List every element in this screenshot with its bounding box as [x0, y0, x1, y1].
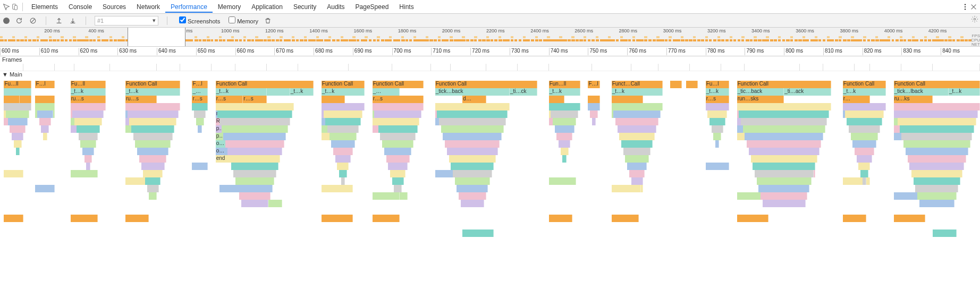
flame-block[interactable]: [706, 103, 729, 110]
flame-block[interactable]: [139, 155, 167, 163]
flame-block[interactable]: [551, 110, 578, 118]
flame-block[interactable]: [149, 192, 157, 200]
flame-block[interactable]: [376, 118, 419, 125]
flame-block[interactable]: _t…k: [949, 88, 980, 96]
flame-block[interactable]: [588, 96, 599, 103]
flame-block[interactable]: [903, 140, 970, 148]
flame-block[interactable]: [43, 133, 47, 140]
flame-block[interactable]: [739, 110, 829, 118]
flame-block[interactable]: [35, 96, 55, 103]
flame-block[interactable]: [917, 192, 957, 200]
flame-block[interactable]: [761, 192, 808, 200]
flame-block[interactable]: Funct…Call: [612, 81, 663, 88]
flame-block[interactable]: [559, 140, 570, 148]
flame-block[interactable]: [4, 88, 31, 96]
flame-block[interactable]: [462, 230, 494, 237]
flame-block[interactable]: [241, 200, 269, 207]
flame-block[interactable]: [219, 118, 290, 125]
flame-block[interactable]: [612, 215, 639, 222]
flame-block[interactable]: [231, 163, 278, 170]
flame-block[interactable]: [457, 185, 488, 192]
flame-block[interactable]: [745, 133, 823, 140]
flame-block[interactable]: [131, 125, 174, 133]
flame-block[interactable]: [222, 125, 288, 133]
flame-block[interactable]: [128, 110, 179, 118]
flame-block[interactable]: [37, 110, 53, 118]
flame-block[interactable]: _t…k: [612, 88, 663, 96]
tracks-area[interactable]: Frames ▼ Main Fu…llF…lFu…llFunction Call…: [0, 56, 980, 305]
frame-slice[interactable]: [349, 64, 392, 71]
flame-block[interactable]: [196, 118, 204, 125]
flame-block[interactable]: _t…k: [706, 88, 729, 96]
flame-block[interactable]: Fun…ll: [549, 81, 580, 88]
flame-block[interactable]: [4, 215, 23, 222]
flame-block[interactable]: [860, 170, 868, 177]
flame-block[interactable]: _tic…back: [737, 88, 784, 96]
frame-slice[interactable]: [745, 64, 799, 71]
flame-block[interactable]: [712, 125, 723, 133]
flame-block[interactable]: [631, 177, 643, 185]
flame-block[interactable]: Function Call: [843, 81, 886, 88]
flame-block[interactable]: [394, 185, 402, 192]
overview-selection[interactable]: [128, 28, 185, 46]
flame-block[interactable]: [753, 163, 815, 170]
frame-slice[interactable]: [212, 64, 235, 71]
flame-block[interactable]: [858, 163, 870, 170]
flame-block[interactable]: [556, 133, 572, 140]
flame-block[interactable]: [71, 103, 106, 110]
flame-block[interactable]: [895, 110, 978, 118]
flame-block[interactable]: [439, 118, 505, 125]
flame-block[interactable]: [843, 103, 886, 110]
tab-pagespeed[interactable]: PageSpeed: [350, 1, 394, 13]
screenshots-toggle[interactable]: Screenshots: [176, 16, 220, 24]
flame-block[interactable]: [855, 148, 874, 155]
flame-block[interactable]: [12, 133, 23, 140]
flame-block[interactable]: [396, 192, 400, 200]
flame-block[interactable]: [322, 96, 345, 103]
overview-panel[interactable]: 200 ms400 ms600 ms800 ms1000 ms1200 ms14…: [0, 28, 980, 47]
flame-block[interactable]: F…l: [192, 81, 208, 88]
flame-block[interactable]: [621, 140, 653, 148]
flame-block[interactable]: [915, 185, 958, 192]
frame-slice[interactable]: [933, 64, 980, 71]
flame-block[interactable]: [747, 140, 821, 148]
flame-block[interactable]: [267, 88, 290, 96]
flame-block[interactable]: [373, 192, 408, 200]
flame-block[interactable]: [588, 103, 599, 110]
flame-block[interactable]: [613, 110, 661, 118]
kebab-icon[interactable]: [961, 3, 969, 11]
flame-block[interactable]: [908, 155, 967, 163]
flame-block[interactable]: Function Call: [373, 81, 424, 88]
flame-block[interactable]: [373, 103, 424, 110]
flame-block[interactable]: [227, 148, 282, 155]
flame-block[interactable]: d…: [462, 96, 486, 103]
flame-block[interactable]: [325, 118, 360, 125]
flame-block[interactable]: [71, 170, 98, 177]
flame-block[interactable]: [382, 140, 413, 148]
flame-block[interactable]: [229, 155, 280, 163]
flame-block[interactable]: [378, 125, 418, 133]
flame-block[interactable]: [39, 118, 51, 125]
record-button[interactable]: [3, 18, 10, 24]
flame-block[interactable]: [894, 103, 980, 110]
flame-block[interactable]: [911, 170, 962, 177]
flame-block[interactable]: Function Call: [894, 81, 980, 88]
flame-block[interactable]: [392, 177, 404, 185]
flame-block[interactable]: [133, 133, 173, 140]
flame-block[interactable]: [192, 103, 208, 110]
flame-block[interactable]: [322, 215, 353, 222]
flame-block[interactable]: [380, 133, 415, 140]
flame-block[interactable]: [737, 215, 768, 222]
flame-block[interactable]: [339, 170, 347, 177]
flame-block[interactable]: [85, 155, 92, 163]
flame-block[interactable]: [324, 110, 363, 118]
flame-block[interactable]: [147, 185, 159, 192]
flame-block[interactable]: Function Call: [216, 81, 314, 88]
flame-block[interactable]: [441, 125, 504, 133]
tab-memory[interactable]: Memory: [213, 1, 246, 13]
flame-block[interactable]: _t…k: [843, 88, 886, 96]
flame-block[interactable]: [707, 110, 727, 118]
flame-block[interactable]: [919, 200, 954, 207]
flame-block[interactable]: r…: [843, 96, 871, 103]
flame-block[interactable]: [625, 155, 648, 163]
